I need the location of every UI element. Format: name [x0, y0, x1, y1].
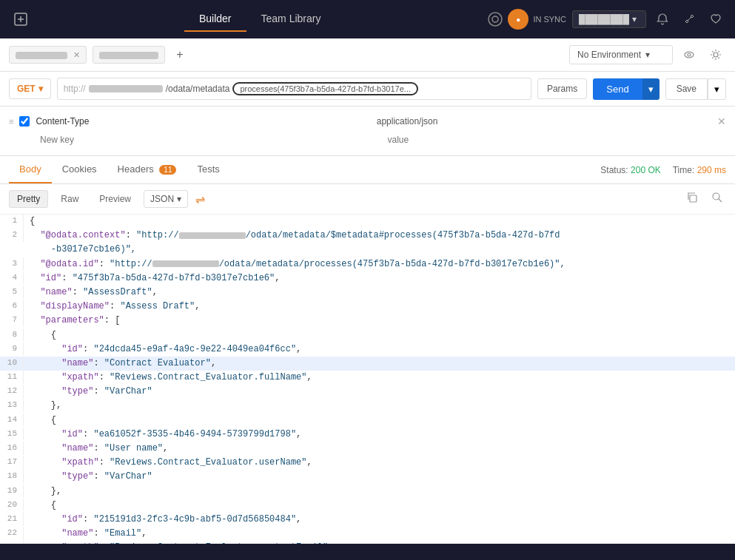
url-input-wrapper: http:// /odata/metadata processes(475f3b… [57, 78, 531, 100]
send-button-group: Send ▾ [593, 78, 659, 100]
code-line: 4 "id": "475f3b7a-b5da-427d-b7fd-b3017e7… [0, 271, 735, 286]
code-line: 17 "xpath": "Reviews.Contract_Evaluator.… [0, 456, 735, 470]
response-toolbar: Pretty Raw Preview JSON ▾ ⇌ [0, 184, 735, 215]
sync-text: IN SYNC [533, 15, 566, 24]
tab-tests[interactable]: Tests [187, 156, 229, 183]
code-line: 16 "name": "User name", [0, 442, 735, 456]
env-label: No Environment [577, 50, 641, 60]
svg-point-4 [685, 52, 694, 58]
save-dropdown-button[interactable]: ▾ [708, 78, 726, 100]
response-body[interactable]: 1 { 2 "@odata.context": "http:///odata/m… [0, 215, 735, 544]
code-line: 18 "type": "VarChar" [0, 470, 735, 484]
code-line: 11 "xpath": "Reviews.Contract_Evaluator.… [0, 371, 735, 385]
eye-icon[interactable] [679, 44, 699, 65]
search-icon[interactable] [708, 189, 726, 209]
tab-body[interactable]: Body [9, 156, 52, 183]
environment-selector[interactable]: No Environment ▾ [569, 45, 673, 64]
svg-point-3 [489, 13, 502, 26]
save-button[interactable]: Save [665, 78, 708, 100]
svg-point-6 [714, 53, 718, 57]
method-label: GET [17, 84, 36, 94]
status-info: Status: 200 OK Time: 290 ms [600, 165, 726, 175]
svg-point-8 [713, 193, 719, 200]
url-path: /odata/metadata [166, 84, 230, 94]
status-value: 200 OK [631, 165, 661, 175]
code-line: 14 { [0, 414, 735, 428]
code-line: -b3017e7cb1e6)", [0, 243, 735, 257]
response-actions [683, 189, 726, 209]
code-line: 23 "xpath": "Reviews.Contract_Evaluator.… [0, 541, 735, 544]
blurred-url-2 [179, 232, 246, 239]
preview-button[interactable]: Preview [91, 190, 139, 208]
bell-icon[interactable] [652, 9, 673, 30]
url-prefix: http:// [64, 84, 86, 94]
header-key-1: Content-Type [36, 116, 370, 126]
status-label: Status: 200 OK [600, 165, 660, 175]
pretty-button[interactable]: Pretty [9, 190, 48, 208]
nav-right: ● IN SYNC ████████ ▾ [487, 9, 726, 30]
header-enabled-checkbox[interactable] [19, 116, 30, 126]
time-value: 290 ms [697, 165, 726, 175]
code-line: 20 { [0, 499, 735, 513]
tab-cookies[interactable]: Cookies [52, 156, 107, 183]
raw-button[interactable]: Raw [53, 190, 87, 208]
code-line: 21 "id": "215191d3-2fc3-4c9b-abf5-0d7d56… [0, 513, 735, 527]
time-label: Time: 290 ms [673, 165, 726, 175]
send-button[interactable]: Send [593, 78, 642, 100]
headers-count-badge: 11 [159, 165, 176, 175]
new-header-value-input[interactable] [385, 133, 727, 146]
url-blurred-host [89, 85, 163, 92]
main-tabs: Builder Team Library [38, 7, 481, 32]
workspace-selector[interactable]: ████████ ▾ [572, 10, 646, 28]
code-line: 8 { [0, 328, 735, 343]
workspace-label: ████████ [579, 14, 629, 24]
svg-rect-7 [690, 195, 697, 202]
tab-team-library[interactable]: Team Library [246, 7, 336, 32]
sync-badge: ● IN SYNC [487, 9, 566, 30]
workspace-dropdown-icon: ▾ [632, 14, 637, 24]
new-header-row [9, 130, 726, 149]
code-line: 2 "@odata.context": "http:///odata/metad… [0, 229, 735, 243]
url-display[interactable]: http:// /odata/metadata processes(475f3b… [57, 78, 531, 100]
params-button[interactable]: Params [537, 78, 587, 99]
sync-icon [487, 11, 503, 27]
new-header-key-input[interactable] [37, 133, 379, 146]
code-line: 13 }, [0, 399, 735, 413]
wrench-icon[interactable] [679, 9, 699, 30]
method-selector[interactable]: GET ▾ [9, 78, 51, 99]
format-dropdown-icon: ▾ [177, 194, 181, 204]
save-button-group: Save ▾ [665, 78, 726, 100]
code-line-highlighted: 10 "name": "Contract Evaluator", [0, 357, 735, 371]
code-line: 1 { [0, 215, 735, 229]
tab-builder[interactable]: Builder [184, 7, 246, 32]
sync-circle: ● [508, 9, 528, 30]
env-dropdown-icon: ▾ [645, 50, 650, 60]
code-line: 15 "id": "ea61052f-3535-4b46-9494-573979… [0, 428, 735, 442]
request-tab-1[interactable]: ✕ [9, 46, 87, 64]
tab-1-blurred [16, 52, 67, 59]
request-tab-2[interactable] [93, 46, 165, 64]
header-value-1: application/json [377, 116, 711, 126]
tab-headers[interactable]: Headers 11 [107, 156, 187, 183]
code-line: 12 "type": "VarChar" [0, 385, 735, 399]
response-tabs: Body Cookies Headers 11 Tests Status: 20… [0, 156, 735, 184]
code-line: 5 "name": "AssessDraft", [0, 286, 735, 300]
wrap-icon[interactable]: ⇌ [195, 192, 205, 206]
heart-icon[interactable] [705, 9, 726, 30]
env-settings-icon[interactable] [705, 44, 726, 65]
new-request-icon[interactable] [9, 7, 33, 31]
url-highlighted-segment: processes(475f3b7a-b5da-427d-b7fd-b3017e… [232, 82, 418, 95]
header-delete-icon[interactable]: ✕ [717, 115, 726, 127]
svg-line-9 [719, 199, 722, 202]
code-line: 9 "id": "24dcda45-e9af-4a9c-9e22-4049ea0… [0, 343, 735, 357]
blurred-url-3 [152, 260, 219, 267]
tab-1-close[interactable]: ✕ [73, 50, 80, 60]
copy-icon[interactable] [683, 189, 701, 209]
add-tab-button[interactable]: + [171, 46, 189, 64]
code-line: 22 "name": "Email", [0, 527, 735, 541]
send-dropdown-button[interactable]: ▾ [642, 78, 660, 100]
tab-2-blurred [99, 52, 158, 59]
tab-1-label [16, 50, 67, 60]
code-line: 3 "@odata.id": "http:///odata/metadata/p… [0, 257, 735, 271]
format-selector[interactable]: JSON ▾ [144, 190, 188, 208]
